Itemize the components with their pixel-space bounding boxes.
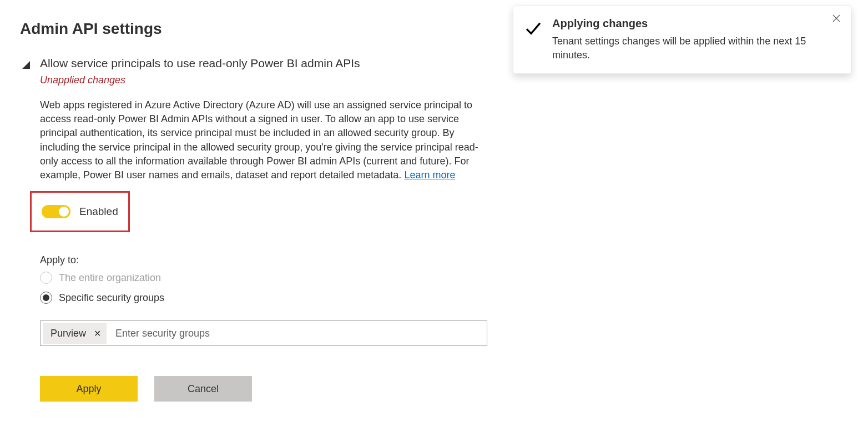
chip-label: Purview (51, 328, 86, 339)
radio-specific-groups[interactable] (40, 292, 52, 304)
setting-block: Allow service principals to use read-onl… (20, 57, 485, 402)
collapse-caret-icon[interactable] (22, 61, 30, 69)
toast-close-icon[interactable] (832, 14, 842, 24)
apply-button[interactable]: Apply (40, 376, 138, 402)
radio-specific-groups-row: Specific security groups (40, 292, 485, 304)
setting-title: Allow service principals to use read-onl… (40, 57, 485, 70)
unapplied-changes-label: Unapplied changes (40, 74, 485, 86)
radio-entire-org (40, 272, 52, 284)
svg-marker-0 (22, 61, 30, 69)
toast-notification: Applying changes Tenant settings changes… (513, 6, 851, 74)
checkmark-icon (524, 19, 542, 37)
toast-title: Applying changes (552, 17, 826, 30)
description-text: Web apps registered in Azure Active Dire… (40, 99, 478, 181)
apply-to-label: Apply to: (40, 254, 485, 266)
radio-specific-groups-label: Specific security groups (59, 292, 164, 304)
radio-dot-icon (43, 294, 49, 301)
button-row: Apply Cancel (40, 376, 485, 402)
radio-entire-org-row: The entire organization (40, 272, 485, 284)
page-title: Admin API settings (20, 20, 485, 38)
security-groups-field[interactable]: Purview ✕ (40, 320, 487, 346)
toggle-knob (59, 207, 69, 217)
toast-message: Tenant settings changes will be applied … (552, 34, 826, 62)
security-group-chip: Purview ✕ (43, 323, 107, 344)
cancel-button[interactable]: Cancel (154, 376, 252, 402)
learn-more-link[interactable]: Learn more (404, 169, 455, 181)
radio-entire-org-label: The entire organization (59, 272, 161, 284)
setting-description: Web apps registered in Azure Active Dire… (40, 98, 485, 182)
enabled-highlight-box: Enabled (30, 191, 130, 232)
chip-remove-icon[interactable]: ✕ (94, 328, 101, 339)
enabled-toggle-label: Enabled (79, 206, 118, 218)
security-groups-input[interactable] (107, 323, 485, 343)
enabled-toggle[interactable] (42, 205, 70, 218)
